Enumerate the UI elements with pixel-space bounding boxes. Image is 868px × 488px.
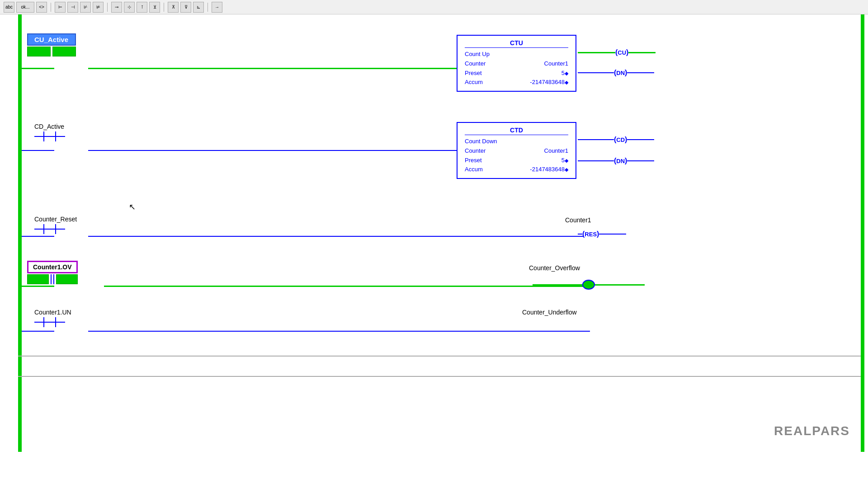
ctd-cd-output: ( CD ) [578, 136, 654, 144]
toolbar-icon-11[interactable]: ⊾ [193, 2, 204, 13]
toolbar: abc ok... <> ⊢ ⊣ ⊬ ⊭ ⊸ ⊹ ⊺ ⊻ ⊼ ⊽ ⊾ → [0, 0, 868, 14]
toolbar-sep-3 [164, 3, 164, 12]
toolbar-sep-1 [51, 3, 51, 12]
ctu-title: CTU [465, 39, 568, 48]
rung3-line-left [22, 236, 54, 237]
left-power-rail [18, 14, 22, 452]
ctd-instruction[interactable]: CTD Count Down Counter Counter1 Preset 5… [457, 122, 576, 179]
ctu-row-1: Count Up [465, 50, 568, 59]
toolbar-icon-2[interactable]: ⊣ [67, 2, 78, 13]
cd-active-label: CD_Active [34, 123, 65, 130]
ctu-instruction[interactable]: CTU Count Up Counter Counter1 Preset 5◆ … [457, 35, 576, 92]
cd-active-contact[interactable]: CD_Active [34, 123, 65, 141]
ctu-count-up-label: Count Up [465, 50, 490, 59]
toolbar-btn-diamond[interactable]: <> [36, 2, 47, 13]
toolbar-icon-3[interactable]: ⊬ [80, 2, 91, 13]
ctd-title: CTD [465, 127, 568, 135]
toolbar-icon-8[interactable]: ⊻ [149, 2, 160, 13]
ctu-row-4: Accum -2147483648◆ [465, 78, 568, 87]
ladder-area: CU_Active CTU Count Up Counter Counter1 … [0, 14, 868, 488]
ctu-cu-label: CU [618, 49, 626, 56]
ctd-counter-label: Counter [465, 146, 486, 156]
counter1-ov-label: Counter1.OV [33, 263, 72, 271]
ctu-counter-label: Counter [465, 59, 486, 69]
ctu-row-3: Preset 5◆ [465, 69, 568, 78]
toolbar-icon-9[interactable]: ⊼ [168, 2, 179, 13]
ctu-accum-val: -2147483648◆ [530, 78, 568, 87]
cu-active-contact[interactable]: CU_Active [27, 33, 76, 56]
cu-active-label: CU_Active [34, 36, 68, 43]
ctu-dn-output: ( DN ) [578, 69, 654, 77]
toolbar-btn-abc[interactable]: abc [4, 2, 14, 13]
toolbar-icon-6[interactable]: ⊹ [124, 2, 135, 13]
counter-reset-label: Counter_Reset [34, 216, 77, 223]
ctu-counter-val: Counter1 [544, 59, 568, 69]
ctu-preset-val: 5◆ [561, 69, 568, 78]
rung2-line-right [88, 150, 458, 151]
counter1-un-label: Counter1.UN [34, 309, 71, 316]
cursor: ↖ [129, 202, 136, 211]
bottom-border-1 [18, 356, 861, 357]
ctd-count-down-label: Count Down [465, 137, 497, 146]
rung1-line-left [22, 68, 54, 69]
ctd-counter-val: Counter1 [544, 146, 568, 156]
toolbar-icon-arrow[interactable]: → [212, 2, 222, 13]
res-coil: ( RES ) [578, 230, 626, 238]
ctd-row-1: Count Down [465, 137, 568, 146]
rung2-line-left [22, 150, 54, 151]
ctd-dn-output: ( DN ) [578, 157, 654, 165]
toolbar-sep-4 [208, 3, 208, 12]
ctu-row-2: Counter Counter1 [465, 59, 568, 69]
right-power-rail [861, 14, 864, 452]
rung4-line-right [104, 286, 583, 287]
ctd-preset-label: Preset [465, 156, 482, 165]
ctd-cd-label: CD [616, 136, 625, 143]
rung5-line-right [88, 331, 590, 332]
toolbar-icon-5[interactable]: ⊸ [111, 2, 122, 13]
ctu-dn-label: DN [616, 70, 625, 76]
watermark: REALPARS [774, 424, 850, 438]
toolbar-icon-7[interactable]: ⊺ [137, 2, 147, 13]
counter-reset-contact[interactable]: Counter_Reset [34, 216, 77, 234]
toolbar-sep-2 [107, 3, 108, 12]
toolbar-icon-10[interactable]: ⊽ [180, 2, 191, 13]
rung1-line-right [88, 68, 458, 69]
toolbar-btn-ok[interactable]: ok... [16, 2, 34, 13]
rung3-line-right [88, 236, 583, 237]
toolbar-icon-1[interactable]: ⊢ [55, 2, 66, 13]
counter-overflow-label: Counter_Overflow [529, 264, 580, 272]
rung5-line-left [22, 331, 54, 332]
ctd-row-3: Preset 5◆ [465, 156, 568, 165]
overflow-coil [533, 280, 645, 290]
toolbar-icon-4[interactable]: ⊭ [93, 2, 104, 13]
rung4-line-left [22, 286, 54, 287]
ctd-dn2-label: DN [616, 158, 625, 164]
res-label: RES [585, 231, 597, 238]
ctu-accum-label: Accum [465, 78, 483, 87]
ctd-accum-val: -2147483648◆ [530, 165, 568, 174]
ctu-cu-output: ( CU ) [578, 48, 656, 56]
bottom-border-2 [18, 376, 861, 377]
res-output-label: Counter1 [565, 216, 591, 224]
counter-underflow-label: Counter_Underflow [522, 309, 577, 316]
ctd-accum-label: Accum [465, 165, 483, 174]
counter1-ov-contact[interactable]: Counter1.OV [27, 261, 78, 284]
counter1-un-contact[interactable]: Counter1.UN [34, 309, 71, 327]
ctd-preset-val: 5◆ [561, 156, 568, 165]
ctd-row-2: Counter Counter1 [465, 146, 568, 156]
ctd-row-4: Accum -2147483648◆ [465, 165, 568, 174]
ctu-preset-label: Preset [465, 69, 482, 78]
